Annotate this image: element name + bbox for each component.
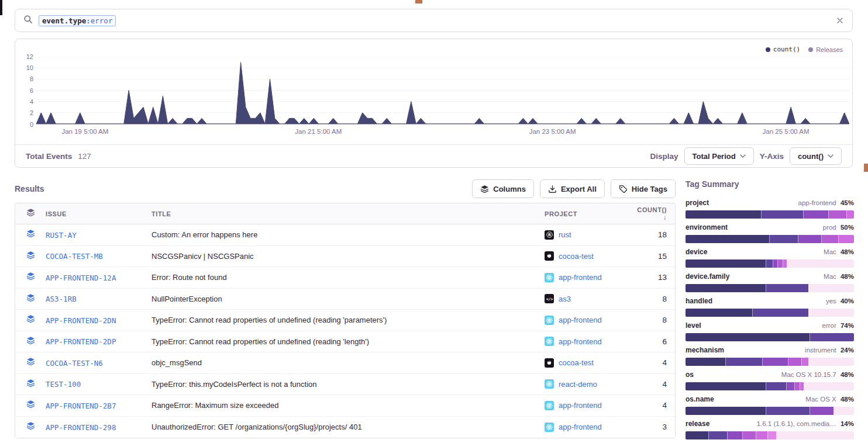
tag-distribution-bar[interactable] <box>686 284 854 292</box>
clear-search-icon[interactable] <box>836 16 844 25</box>
project-link[interactable]: as3 <box>559 295 571 303</box>
tag-distribution-bar[interactable] <box>686 382 854 390</box>
tag-name: handled <box>686 297 712 305</box>
project-link[interactable]: rust <box>559 230 571 239</box>
issue-title: objc_msgSend <box>151 358 545 367</box>
count-value: 8 <box>632 295 676 303</box>
tag-segment <box>766 284 808 292</box>
legend-count[interactable]: count() <box>766 46 800 53</box>
download-icon <box>548 185 557 193</box>
tag-segment <box>686 210 762 219</box>
columns-button[interactable]: Columns <box>472 179 534 198</box>
project-link[interactable]: app-frontend <box>559 401 602 410</box>
issue-id-link[interactable]: APP-FRONTEND-2DN <box>46 316 116 325</box>
project-cell: </> as3 <box>545 294 632 303</box>
project-link[interactable]: app-frontend <box>559 337 602 346</box>
column-header-count[interactable]: COUNT() ↓ <box>632 206 676 222</box>
tag-distribution-bar[interactable] <box>686 431 854 439</box>
react-icon <box>545 401 554 410</box>
issue-id-link[interactable]: TEST-100 <box>46 380 81 389</box>
y-axis-tick: 12 <box>18 53 33 60</box>
issue-id-link[interactable]: COCOA-TEST-MB <box>46 252 103 261</box>
project-cell: app-frontend <box>545 316 632 325</box>
tag-percent: 40% <box>841 297 854 304</box>
screen-edge-artifact <box>0 0 2 4</box>
react-icon <box>545 337 554 346</box>
react-icon <box>545 273 554 282</box>
count-value: 4 <box>632 358 676 367</box>
hide-tags-button[interactable]: Hide Tags <box>611 179 676 198</box>
column-header-issue[interactable]: ISSUE <box>46 210 151 217</box>
issue-id-link[interactable]: APP-FRONTEND-2DP <box>46 337 116 346</box>
legend-releases[interactable]: Releases <box>808 46 843 53</box>
tag-distribution-bar[interactable] <box>686 407 854 415</box>
tag-top-value: Mac OS X 10.15.7 <box>781 371 838 378</box>
table-header-row: ISSUE TITLE PROJECT COUNT() ↓ <box>15 203 675 224</box>
search-icon <box>23 15 33 26</box>
project-link[interactable]: react-demo <box>559 380 597 389</box>
project-link[interactable]: app-frontend <box>559 423 602 431</box>
search-bar[interactable]: event.type:error <box>15 9 853 32</box>
tag-icon <box>619 185 628 193</box>
tag-name: os.name <box>686 395 714 403</box>
stack-icon[interactable] <box>26 208 35 219</box>
issue-stack-icon <box>26 314 35 326</box>
tag-segment <box>726 358 763 366</box>
tag-segment <box>686 259 766 268</box>
issue-id-link[interactable]: APP-FRONTEND-2B7 <box>46 402 116 410</box>
project-cell: app-frontend <box>545 423 632 432</box>
search-query-token[interactable]: event.type:error <box>39 15 116 26</box>
project-cell: app-frontend <box>545 273 632 282</box>
events-area-chart <box>36 57 849 124</box>
tag-distribution-bar[interactable] <box>686 210 854 219</box>
issue-id-link[interactable]: APP-FRONTEND-298 <box>46 423 116 432</box>
issue-id-link[interactable]: COCOA-TEST-N6 <box>46 359 103 368</box>
tag-item: handled yes 40% <box>686 297 854 317</box>
svg-text:</>: </> <box>546 297 553 302</box>
tag-segment <box>753 309 808 317</box>
tag-segment <box>686 358 726 366</box>
tag-item: os Mac OS X 10.15.7 48% <box>686 371 854 390</box>
tag-segment <box>686 431 709 439</box>
tag-segment <box>829 210 848 219</box>
tag-item: device.family Mac 48% <box>686 272 854 292</box>
tag-segment <box>763 358 788 366</box>
yaxis-dropdown[interactable]: count() <box>790 147 842 165</box>
code-icon: </> <box>545 294 554 303</box>
tag-segment <box>847 210 854 219</box>
tag-distribution-bar[interactable] <box>686 358 854 366</box>
tag-distribution-bar[interactable] <box>686 235 854 243</box>
tag-percent: 74% <box>841 322 854 329</box>
issue-title: RangeError: Maximum size exceeded <box>151 401 545 410</box>
token-key: event.type <box>42 16 86 25</box>
table-row: APP-FRONTEND-298 UnauthorizedError: GET … <box>15 417 675 438</box>
project-link[interactable]: cocoa-test <box>559 358 594 367</box>
count-value: 13 <box>632 273 676 282</box>
issue-id-link[interactable]: APP-FRONTEND-12A <box>46 274 116 282</box>
tag-distribution-bar[interactable] <box>686 333 854 341</box>
export-all-button[interactable]: Export All <box>540 179 605 198</box>
count-series-dot <box>766 47 770 52</box>
project-link[interactable]: app-frontend <box>559 273 602 282</box>
chevron-down-icon <box>740 154 746 158</box>
tag-distribution-bar[interactable] <box>686 259 854 268</box>
tag-top-value: yes <box>826 297 838 304</box>
tag-name: release <box>686 420 709 428</box>
tag-distribution-bar[interactable] <box>686 309 854 317</box>
project-link[interactable]: app-frontend <box>559 316 602 324</box>
tag-segment <box>802 358 809 366</box>
apple-icon <box>545 358 554 368</box>
project-link[interactable]: cocoa-test <box>559 252 594 261</box>
issue-id-link[interactable]: RUST-AY <box>46 231 77 240</box>
table-row: AS3-1RB NullPointerException </> as3 8 <box>15 289 675 310</box>
issue-id-link[interactable]: AS3-1RB <box>46 295 77 303</box>
column-header-project[interactable]: PROJECT <box>545 210 632 217</box>
column-header-title[interactable]: TITLE <box>151 210 545 217</box>
display-dropdown[interactable]: Total Period <box>684 147 754 165</box>
tag-top-value: error <box>822 322 838 329</box>
tag-top-value: Mac <box>824 248 838 255</box>
tag-percent: 24% <box>841 347 854 354</box>
y-axis-tick: 6 <box>18 87 33 94</box>
y-axis-tick: 10 <box>18 64 33 71</box>
tag-percent: 50% <box>841 224 854 231</box>
